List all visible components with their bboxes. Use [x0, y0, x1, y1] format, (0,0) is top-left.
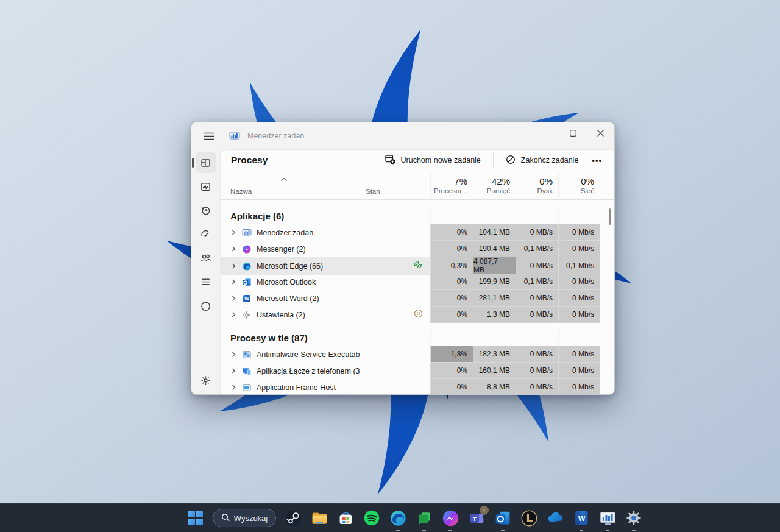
- messenger-icon: [242, 244, 252, 254]
- search-label: Wyszukaj: [234, 514, 268, 523]
- sidebar-item-startup-apps[interactable]: [196, 224, 216, 244]
- process-row[interactable]: Application Frame Host 0% 8,8 MB 0 MB/s …: [221, 379, 614, 395]
- column-memory[interactable]: 42%Pamięć: [473, 171, 516, 199]
- edge-icon[interactable]: [389, 509, 407, 527]
- maximize-button[interactable]: [559, 122, 587, 143]
- expand-chevron-icon[interactable]: [231, 263, 237, 269]
- word-icon[interactable]: W: [572, 509, 590, 527]
- league-of-legends-icon[interactable]: [520, 509, 538, 527]
- memory-value: 104,1 MB: [473, 224, 516, 241]
- process-name: Application Frame Host: [257, 383, 336, 392]
- cpu-value: 0%: [430, 241, 473, 257]
- run-new-task-button[interactable]: Uruchom nowe zadanie: [378, 150, 488, 171]
- outlook-icon: [242, 277, 252, 287]
- disk-value: 0 MB/s: [516, 307, 558, 323]
- expand-chevron-icon[interactable]: [231, 278, 237, 285]
- sidebar-item-services[interactable]: [196, 295, 216, 316]
- search-icon: [221, 513, 230, 523]
- expand-chevron-icon[interactable]: [231, 229, 237, 236]
- disk-value: 0 MB/s: [516, 224, 558, 241]
- running-indicator: [448, 530, 452, 531]
- process-row[interactable]: Menedżer zadań 0% 104,1 MB 0 MB/s 0 Mb/s: [221, 224, 614, 241]
- cpu-value: 0,3%: [430, 257, 473, 275]
- disk-value: 0 MB/s: [516, 257, 558, 275]
- process-name: Ustawienia (2): [257, 311, 305, 319]
- page-title: Procesy: [231, 155, 268, 166]
- running-indicator: [422, 530, 426, 531]
- minimize-button[interactable]: [532, 122, 559, 143]
- network-value: 0 Mb/s: [558, 363, 600, 379]
- network-value: 0,1 Mb/s: [558, 257, 600, 275]
- column-status[interactable]: Stan: [360, 171, 430, 199]
- sidebar-item-users[interactable]: [196, 247, 216, 268]
- process-table: Nazwa Stan 7%Procesor... 42%Pamięć 0%Dys…: [221, 171, 614, 395]
- sidebar-item-settings[interactable]: [196, 370, 216, 391]
- memory-value: 190,4 MB: [473, 241, 516, 257]
- titlebar[interactable]: Menedżer zadań: [191, 122, 614, 149]
- end-task-icon: [506, 155, 516, 166]
- cpu-value: 0%: [430, 274, 473, 290]
- outlook-icon[interactable]: [494, 509, 512, 527]
- process-name: Microsoft Outlook: [257, 278, 316, 286]
- efficiency-leaf-icon: [413, 260, 423, 272]
- toolbar-separator: [493, 153, 494, 168]
- google-chat-icon[interactable]: [415, 509, 433, 527]
- spotify-icon[interactable]: [363, 509, 381, 527]
- process-row[interactable]: Messenger (2) 0% 190,4 MB 0,1 MB/s 0 Mb/…: [221, 241, 614, 257]
- process-row[interactable]: Microsoft Outlook 0% 199,9 MB 0,1 MB/s 0…: [221, 274, 614, 290]
- process-name: Antimalware Service Executable: [257, 350, 360, 359]
- expand-chevron-icon[interactable]: [231, 367, 237, 374]
- expand-chevron-icon[interactable]: [231, 384, 237, 391]
- scrollbar-thumb[interactable]: [609, 208, 611, 225]
- svg-text:T: T: [472, 516, 476, 522]
- disk-value: 0 MB/s: [516, 363, 558, 379]
- end-task-label: Zakończ zadanie: [521, 156, 579, 165]
- hamburger-menu-icon[interactable]: [199, 127, 219, 145]
- column-disk[interactable]: 0%Dysk: [516, 171, 558, 199]
- process-row[interactable]: Ustawienia (2) 0% 1,3 MB 0 MB/s 0 Mb/s: [221, 307, 614, 323]
- memory-value: 160,1 MB: [473, 363, 516, 379]
- process-row-selected[interactable]: Microsoft Edge (66) 0,3% 4 087,7 MB 0 MB…: [221, 257, 614, 274]
- settings-icon: [242, 310, 252, 320]
- network-value: 0 Mb/s: [558, 346, 600, 363]
- sidebar-item-details[interactable]: [196, 271, 216, 292]
- disk-value: 0 MB/s: [516, 346, 558, 363]
- teams-icon[interactable]: T 1: [467, 509, 486, 527]
- memory-value: 199,9 MB: [473, 274, 516, 290]
- section-background-processes[interactable]: Procesy w tle (87): [221, 329, 614, 346]
- column-cpu[interactable]: 7%Procesor...: [430, 171, 473, 199]
- memory-value: 1,3 MB: [473, 307, 516, 323]
- process-row[interactable]: Antimalware Service Executable 1,8% 182,…: [221, 346, 614, 363]
- process-row[interactable]: W Microsoft Word (2) 0% 281,1 MB 0 MB/s …: [221, 290, 614, 307]
- sidebar-item-app-history[interactable]: [196, 200, 216, 221]
- memory-value: 4 087,7 MB: [473, 257, 516, 275]
- column-name[interactable]: Nazwa: [221, 171, 360, 199]
- process-row[interactable]: Aplikacja Łącze z telefonem (3) 0% 160,1…: [221, 363, 614, 379]
- disk-value: 0,1 MB/s: [516, 274, 558, 290]
- phone-link-icon: [242, 366, 252, 376]
- start-button[interactable]: [186, 509, 205, 527]
- file-explorer-icon[interactable]: [310, 509, 328, 527]
- close-button[interactable]: [587, 122, 614, 143]
- column-network[interactable]: 0%Sieć: [558, 171, 600, 199]
- settings-icon[interactable]: [625, 509, 643, 527]
- search-box[interactable]: Wyszukaj: [213, 509, 276, 527]
- expand-chevron-icon[interactable]: [231, 295, 237, 302]
- onedrive-icon[interactable]: [546, 509, 564, 527]
- more-options-button[interactable]: •••: [586, 154, 608, 168]
- microsoft-store-icon[interactable]: [336, 509, 355, 527]
- run-new-task-label: Uruchom nowe zadanie: [401, 156, 481, 165]
- network-value: 0 Mb/s: [558, 224, 600, 241]
- cpu-value: 0%: [430, 224, 473, 241]
- end-task-button[interactable]: Zakończ zadanie: [498, 151, 586, 171]
- expand-chevron-icon[interactable]: [231, 351, 237, 358]
- task-manager-icon[interactable]: [598, 509, 617, 527]
- messenger-icon[interactable]: [441, 509, 459, 527]
- sidebar-item-processes[interactable]: [196, 152, 216, 173]
- expand-chevron-icon[interactable]: [231, 311, 237, 318]
- steam-icon[interactable]: [284, 509, 302, 527]
- expand-chevron-icon[interactable]: [231, 246, 237, 252]
- section-apps[interactable]: Aplikacje (6): [221, 207, 614, 224]
- sidebar-item-performance[interactable]: [196, 176, 216, 197]
- sidebar: [191, 149, 220, 395]
